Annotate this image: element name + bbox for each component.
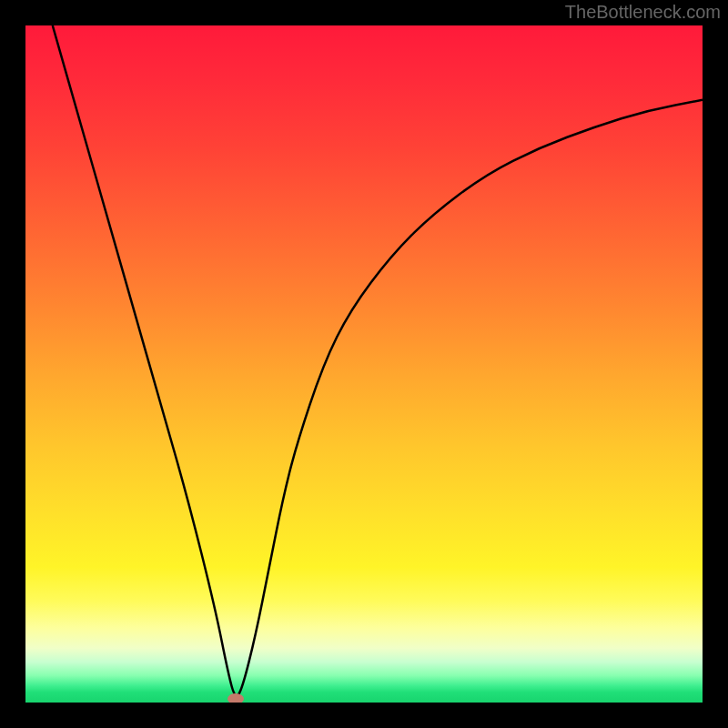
curve-svg: [25, 25, 703, 703]
attribution-label: TheBottleneck.com: [565, 2, 721, 23]
bottleneck-curve: [53, 25, 703, 695]
minimum-marker: [228, 693, 244, 703]
plot-area: [25, 25, 703, 703]
chart-frame: TheBottleneck.com: [0, 0, 728, 728]
